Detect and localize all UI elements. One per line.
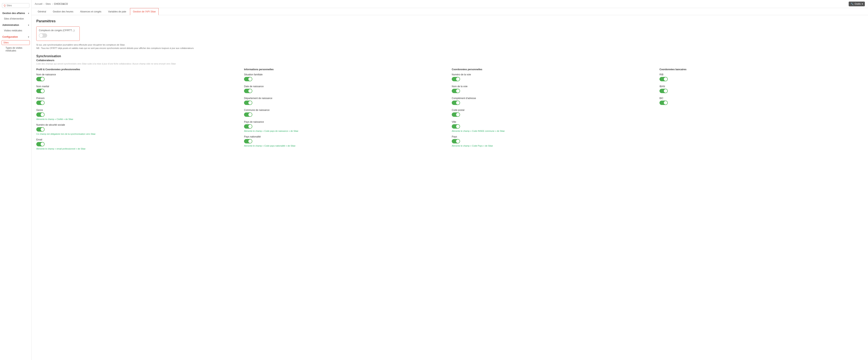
toggle-2-0[interactable] <box>452 77 460 81</box>
breadcrumb-home[interactable]: Accueil <box>35 3 42 5</box>
toggle-2-2[interactable] <box>452 100 460 105</box>
sidebar: Q Gestion des affaires ▾ Sites d'interve… <box>0 0 32 360</box>
toggle-group-0-4: Numéro de sécurité socialeCe champ est o… <box>36 123 240 135</box>
tab-api-silae[interactable]: Gestion de l'API Silae <box>130 8 159 15</box>
toggle-label-0-3: Genre <box>36 109 240 112</box>
toggle-0-0[interactable] <box>36 77 44 81</box>
toggle-label-2-0: Numéro de la voie <box>452 73 655 76</box>
toggle-0-5[interactable] <box>36 142 44 146</box>
sidebar-section-header-config[interactable]: Configuration ▾ <box>0 34 31 40</box>
sidebar-section-gestion: Gestion des affaires ▾ Sites d'intervent… <box>0 10 31 21</box>
sidebar-item-visites[interactable]: Visites médicales <box>0 28 31 33</box>
chevron-down-icon-admin: ▾ <box>28 24 29 26</box>
breadcrumb: Accueil › Sites › CHOCO&CO <box>35 3 68 5</box>
tab-heures[interactable]: Gestion des heures <box>50 8 76 15</box>
sidebar-section-config: Configuration ▾ Sites Types de visites m… <box>0 34 31 53</box>
toggle-group-0-1: Nom marital <box>36 85 240 94</box>
toggle-group-0-5: EmailAlimente le champ « email professio… <box>36 138 240 150</box>
sync-title: Synchronisation <box>36 55 863 58</box>
toggle-label-3-0: RIB <box>659 73 863 76</box>
toggle-1-2[interactable] <box>244 100 252 105</box>
toggle-label-1-4: Pays de naissance <box>244 121 448 123</box>
toggle-3-0[interactable] <box>659 77 668 81</box>
toggle-1-0[interactable] <box>244 77 252 81</box>
sidebar-item-types-visites[interactable]: Types de visites médicales <box>0 46 31 53</box>
toggle-label-0-5: Email <box>36 138 240 141</box>
toggle-group-3-1: IBAN <box>659 85 863 94</box>
toggle-note-1-4: Alimente le champ « Code pays de naissan… <box>244 130 448 132</box>
param-conges-box: Compteurs de congés (CP/RTT...) <box>36 26 80 41</box>
toggle-group-2-3: Code postal <box>452 109 655 117</box>
tools-button[interactable]: 🔧 Outils ▾ <box>849 2 865 6</box>
breadcrumb-sep-2: › <box>52 3 53 5</box>
toggle-group-1-5: Pays nationalitéAlimente le champ « Code… <box>244 135 448 147</box>
toggle-group-1-4: Pays de naissanceAlimente le champ « Cod… <box>244 121 448 132</box>
toggle-label-1-0: Situation familiale <box>244 73 448 76</box>
sidebar-item-sites[interactable]: Sites <box>2 40 30 45</box>
tab-absences[interactable]: Absences et congés <box>77 8 104 15</box>
toggle-label-2-4: Ville <box>452 121 655 123</box>
toggle-1-5[interactable] <box>244 139 252 143</box>
toggle-note-2-5: Alimente le champ « Code Pays » de Silae <box>452 145 655 147</box>
chevron-tools-icon: ▾ <box>862 3 863 5</box>
topbar: Accueil › Sites › CHOCO&CO 🔧 Outils ▾ <box>32 0 868 8</box>
search-input[interactable] <box>6 4 28 7</box>
sync-column-2: Coordonnées personnellesNuméro de la voi… <box>452 68 655 153</box>
toggle-label-0-1: Nom marital <box>36 85 240 88</box>
tabs-bar: Général Gestion des heures Absences et c… <box>32 8 868 15</box>
toggle-2-3[interactable] <box>452 113 460 117</box>
toggle-0-3[interactable] <box>36 113 44 117</box>
wrench-icon: 🔧 <box>850 3 854 5</box>
main-area: Accueil › Sites › CHOCO&CO 🔧 Outils ▾ Gé… <box>32 0 868 360</box>
sidebar-item-sites-intervention[interactable]: Sites d'intervention <box>0 16 31 21</box>
toggle-1-4[interactable] <box>244 124 252 129</box>
toggle-2-5[interactable] <box>452 139 460 143</box>
sidebar-section-header-gestion[interactable]: Gestion des affaires ▾ <box>0 10 31 16</box>
toggle-label-0-0: Nom de naissance <box>36 73 240 76</box>
toggle-label-2-5: Pays <box>452 135 655 138</box>
sidebar-section-label-admin: Administration <box>2 24 19 26</box>
parametres-section: Paramètres Compteurs de congés (CP/RTT..… <box>36 19 863 50</box>
toggle-note-0-5: Alimente le champ « email professionnel … <box>36 148 240 150</box>
toggle-label-2-2: Complément d'adresse <box>452 97 655 100</box>
tab-general[interactable]: Général <box>35 8 49 15</box>
toggle-group-0-3: GenreAlimente le champ « Civilité » de S… <box>36 109 240 120</box>
toggle-group-1-1: Date de naissance <box>244 85 448 94</box>
conges-toggle[interactable] <box>39 33 47 38</box>
toggle-label-1-5: Pays nationalité <box>244 135 448 138</box>
toggle-3-2[interactable] <box>659 100 668 105</box>
toggle-label-1-2: Département de naissance <box>244 97 448 100</box>
sidebar-search[interactable]: Q <box>2 3 29 8</box>
toggle-2-4[interactable] <box>452 124 460 129</box>
column-header-0: Profil & Coordonnées professionnelles <box>36 68 240 71</box>
toggle-group-2-4: VilleAlimente le champ « Code INSEE comm… <box>452 121 655 132</box>
param-conges-title: Compteurs de congés (CP/RTT...) <box>39 29 77 32</box>
toggle-3-1[interactable] <box>659 89 668 93</box>
params-note-line1: Si oui, une synchronisation journalière … <box>36 43 125 46</box>
toggle-group-1-3: Commune de naissance <box>244 109 448 117</box>
toggle-2-1[interactable] <box>452 89 460 93</box>
tab-variables[interactable]: Variables de paie <box>105 8 129 15</box>
collab-note: Liste des champs qui seront synchronisés… <box>36 63 863 65</box>
toggle-0-2[interactable] <box>36 100 44 105</box>
chevron-down-icon-config: ▾ <box>28 36 29 38</box>
toggle-0-1[interactable] <box>36 89 44 93</box>
sync-column-0: Profil & Coordonnées professionnellesNom… <box>36 68 240 153</box>
toggle-1-1[interactable] <box>244 89 252 93</box>
toggle-note-2-4: Alimente le champ « Code INSEE commune »… <box>452 130 655 132</box>
toggle-group-1-0: Situation familiale <box>244 73 448 82</box>
toggle-0-4[interactable] <box>36 127 44 131</box>
toggle-group-2-1: Nom de la voie <box>452 85 655 94</box>
sidebar-section-header-admin[interactable]: Administration ▾ <box>0 22 31 28</box>
breadcrumb-sites[interactable]: Sites <box>45 3 51 5</box>
breadcrumb-sep-1: › <box>43 3 44 5</box>
collab-title: Collaborateurs <box>36 59 863 62</box>
tools-label: Outils <box>855 3 861 5</box>
toggle-1-3[interactable] <box>244 113 252 117</box>
parametres-title: Paramètres <box>36 19 863 23</box>
toggle-group-2-0: Numéro de la voie <box>452 73 655 82</box>
content-area: Paramètres Compteurs de congés (CP/RTT..… <box>32 15 868 360</box>
toggle-group-1-2: Département de naissance <box>244 97 448 106</box>
toggle-label-0-4: Numéro de sécurité sociale <box>36 123 240 126</box>
params-note-line2: NB : Tous les CP/RTT déjà posés et valid… <box>36 47 194 49</box>
